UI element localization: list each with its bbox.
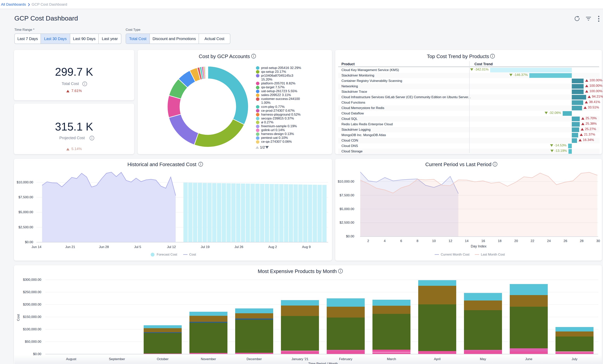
svg-text:Cost: Cost: [16, 314, 20, 321]
